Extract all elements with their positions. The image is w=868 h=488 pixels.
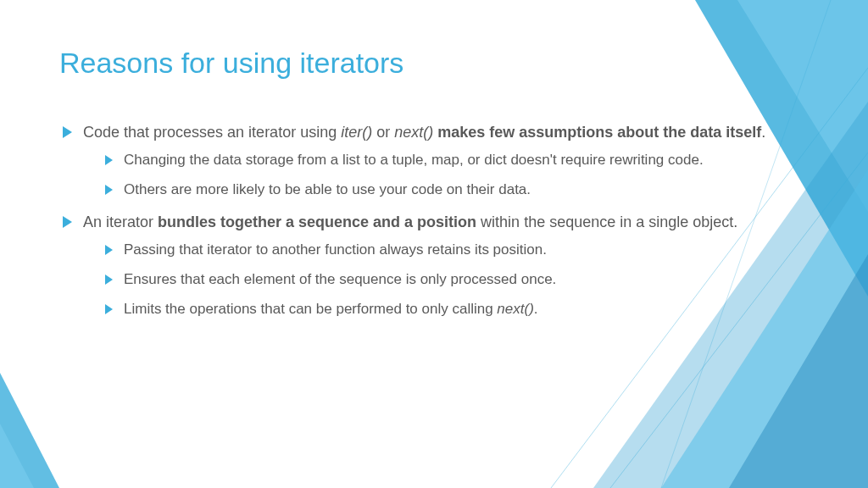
sub-list: Passing that iterator to another functio…	[83, 241, 809, 319]
text: or	[372, 124, 394, 141]
text: An iterator	[83, 214, 158, 230]
slide-content: Reasons for using iterators Code that pr…	[0, 0, 868, 319]
sub-list: Changing the data storage from a list to…	[83, 151, 809, 200]
text: within the sequence in a single object.	[476, 214, 737, 230]
bold-text: bundles together a sequence and a positi…	[158, 214, 476, 230]
sub-item: Limits the operations that can be perfor…	[103, 300, 809, 319]
sub-item: Passing that iterator to another functio…	[103, 241, 809, 260]
text: Code that processes an iterator using	[83, 124, 341, 141]
code-next: next()	[497, 301, 533, 317]
text: Limits the operations that can be perfor…	[124, 301, 497, 317]
bold-text: makes few assumptions about the data its…	[437, 124, 761, 141]
bullet-item-2: An iterator bundles together a sequence …	[59, 212, 809, 319]
sub-item: Others are more likely to be able to use…	[103, 180, 809, 200]
sub-item: Changing the data storage from a list to…	[103, 151, 809, 170]
text: .	[761, 124, 765, 141]
sub-item: Ensures that each element of the sequenc…	[103, 270, 809, 290]
code-iter: iter()	[341, 124, 372, 141]
text: .	[534, 301, 538, 317]
code-next: next()	[394, 124, 433, 141]
bullet-list: Code that processes an iterator using it…	[59, 122, 809, 319]
slide-title: Reasons for using iterators	[59, 47, 809, 80]
bullet-item-1: Code that processes an iterator using it…	[59, 122, 809, 200]
